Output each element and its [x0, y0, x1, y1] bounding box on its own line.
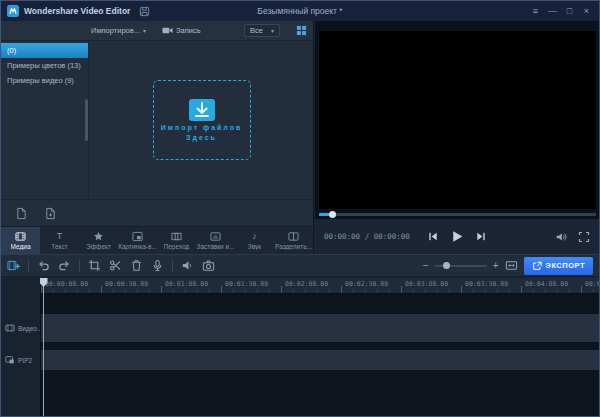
scrollbar-handle[interactable] [85, 99, 88, 141]
previous-frame-button[interactable] [428, 231, 439, 242]
microphone-icon[interactable] [151, 259, 164, 272]
picture-in-picture-icon [132, 231, 143, 242]
split-screen-icon [288, 231, 299, 242]
ruler-label: 00:00:30.00 [101, 278, 161, 293]
zoom-out-button[interactable]: − [423, 260, 429, 272]
save-icon[interactable] [139, 6, 150, 17]
category-tabs: Медиа T Текст Эффект Картинка-в... [1, 226, 313, 254]
folder-item[interactable]: Примеры цветов (13) [1, 58, 88, 73]
pip-track[interactable] [41, 350, 599, 370]
timecode: 00:00:00 / 00:00:00 [324, 232, 410, 241]
cut-scissors-icon[interactable] [109, 259, 122, 272]
tab-transition[interactable]: Переход [157, 227, 196, 254]
titlebar: Wondershare Video Editor Безымянный прое… [1, 1, 599, 21]
close-button[interactable]: × [578, 1, 595, 21]
export-button[interactable]: ЭКСПОРТ [524, 257, 593, 275]
import-dropzone[interactable]: Импорт файлов Здесь [90, 41, 313, 199]
timeline: 00:00:00.00 00:00:30.00 00:01:00.00 00:0… [1, 278, 599, 416]
camera-icon [162, 25, 173, 36]
ruler-label: 00:04:30.00 [581, 278, 599, 293]
add-file-icon[interactable] [15, 207, 28, 220]
time-ruler[interactable]: 00:00:00.00 00:00:30.00 00:01:00.00 00:0… [41, 278, 599, 294]
text-icon: T [54, 231, 65, 242]
video-preview [319, 31, 596, 209]
export-button-label: ЭКСПОРТ [546, 261, 585, 270]
redo-icon[interactable] [58, 259, 71, 272]
timeline-toolbar: − + ЭКСПОРТ [1, 254, 599, 277]
app-logo-icon [7, 5, 19, 17]
tab-sound[interactable]: ♪ Звук [235, 227, 274, 254]
preview-panel: 00:00:00 / 00:00:00 [315, 21, 599, 254]
zoom-fit-icon[interactable] [505, 259, 518, 272]
tab-label: Картинка-в... [118, 243, 157, 250]
ruler-label: 00:02:30.00 [341, 278, 401, 293]
tab-picture-in-picture[interactable]: Картинка-в... [118, 227, 157, 254]
snapshot-camera-icon[interactable] [202, 259, 215, 272]
ruler-label: 00:02:00.00 [281, 278, 341, 293]
undo-icon[interactable] [37, 259, 50, 272]
tab-text[interactable]: T Текст [40, 227, 79, 254]
export-icon [532, 261, 542, 271]
import-arrow-icon [189, 99, 215, 121]
media-bottombar [1, 199, 313, 226]
add-media-file-icon[interactable] [44, 207, 57, 220]
add-to-timeline-icon[interactable] [7, 259, 20, 272]
pip-track-header[interactable]: PIP2 [1, 350, 40, 370]
folder-list: (0) Примеры цветов (13) Примеры видео (9… [1, 41, 89, 199]
folder-scrollbar[interactable] [85, 41, 88, 199]
grid-view-icon[interactable] [296, 25, 307, 36]
tab-label: Эффект [86, 243, 111, 250]
media-toolbar: Импортиров... ▾ Запись Все ▾ [1, 21, 313, 41]
fullscreen-icon[interactable] [578, 231, 590, 243]
import-dropzone-box[interactable]: Импорт файлов Здесь [153, 80, 251, 160]
import-dropdown-label: Импортиров... [91, 26, 140, 35]
import-hint-line2: Здесь [186, 134, 217, 141]
app-window: Wondershare Video Editor Безымянный прое… [0, 0, 600, 417]
menu-icon[interactable]: ≡ [527, 1, 544, 21]
video-track[interactable] [41, 314, 599, 342]
playhead[interactable] [43, 278, 44, 416]
delete-trash-icon[interactable] [130, 259, 143, 272]
zoom-slider-handle[interactable] [443, 262, 450, 269]
tab-intro-titles[interactable]: Заставки и... [196, 227, 235, 254]
folder-item[interactable]: (0) [1, 43, 88, 58]
next-frame-button[interactable] [476, 231, 487, 242]
ruler-label: 00:01:00.00 [161, 278, 221, 293]
chevron-down-icon: ▾ [271, 27, 274, 34]
music-note-icon: ♪ [249, 231, 260, 242]
media-filter-select[interactable]: Все ▾ [244, 24, 280, 37]
tab-label: Разделить... [275, 243, 312, 250]
tab-effect[interactable]: Эффект [79, 227, 118, 254]
import-hint-line1: Импорт файлов [161, 124, 243, 131]
ruler-label: 00:00:00.00 [41, 278, 101, 293]
seek-bar[interactable] [319, 213, 596, 216]
record-button[interactable]: Запись [162, 25, 201, 36]
seek-handle[interactable] [329, 211, 336, 218]
detach-audio-icon[interactable] [181, 259, 194, 272]
ruler-label: 00:03:00.00 [401, 278, 461, 293]
film-icon [15, 231, 26, 242]
media-library-panel: Импортиров... ▾ Запись Все ▾ (0) Примеры [1, 21, 314, 254]
zoom-in-button[interactable]: + [493, 260, 499, 272]
maximize-button[interactable]: □ [561, 1, 578, 21]
ruler-label: 00:01:30.00 [221, 278, 281, 293]
chevron-down-icon: ▾ [143, 27, 146, 34]
crop-icon[interactable] [88, 259, 101, 272]
import-dropdown[interactable]: Импортиров... ▾ [91, 26, 146, 35]
tab-split-screen[interactable]: Разделить... [274, 227, 313, 254]
film-icon [5, 323, 15, 333]
divider [28, 260, 29, 272]
divider [79, 260, 80, 272]
play-button[interactable] [450, 229, 465, 244]
volume-icon[interactable] [555, 231, 567, 243]
timeline-zoom-slider[interactable] [435, 265, 487, 267]
video-track-header[interactable]: Видео... [1, 314, 40, 342]
folder-item[interactable]: Примеры видео (9) [1, 73, 88, 88]
track-label: Видео... [18, 325, 40, 332]
star-icon [93, 231, 104, 242]
tab-label: Переход [164, 243, 190, 250]
app-title: Wondershare Video Editor [24, 6, 130, 16]
divider [172, 260, 173, 272]
minimize-button[interactable]: — [544, 1, 561, 21]
tab-media[interactable]: Медиа [1, 227, 40, 254]
